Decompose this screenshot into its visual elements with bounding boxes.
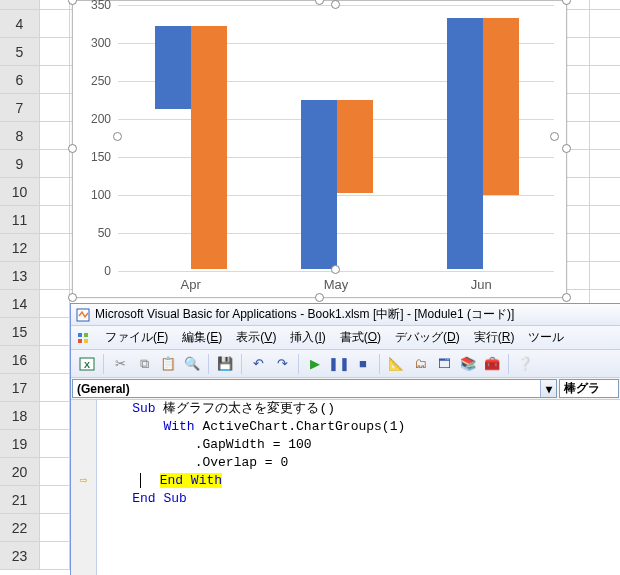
vbe-titlebar[interactable]: Microsoft Visual Basic for Applications … bbox=[71, 304, 620, 326]
properties-icon[interactable]: 🗔 bbox=[434, 354, 454, 374]
row-header[interactable]: 16 bbox=[0, 346, 40, 374]
xtick-label: May bbox=[263, 273, 408, 297]
selection-handle[interactable] bbox=[68, 144, 77, 153]
chart-plot-area bbox=[118, 5, 554, 269]
bar[interactable] bbox=[447, 18, 483, 269]
ytick-label: 100 bbox=[91, 188, 111, 202]
bar-cluster bbox=[301, 100, 373, 269]
code-gutter: ⇨ bbox=[71, 400, 97, 575]
row-header[interactable]: 7 bbox=[0, 94, 40, 122]
bar[interactable] bbox=[191, 26, 227, 269]
vbe-app-icon bbox=[75, 307, 91, 323]
row-header[interactable]: 6 bbox=[0, 66, 40, 94]
row-headers: 4567891011121314151617181920212223 bbox=[0, 0, 40, 570]
code-line: .Overlap = 0 bbox=[101, 454, 405, 472]
row-header[interactable]: 19 bbox=[0, 430, 40, 458]
row-header[interactable]: 14 bbox=[0, 290, 40, 318]
ytick-label: 0 bbox=[104, 264, 111, 278]
selection-handle[interactable] bbox=[113, 132, 122, 141]
selection-handle[interactable] bbox=[562, 293, 571, 302]
cut-icon[interactable]: ✂ bbox=[110, 354, 130, 374]
row-header[interactable]: 13 bbox=[0, 262, 40, 290]
execution-pointer-icon: ⇨ bbox=[80, 472, 88, 490]
row-header[interactable]: 8 bbox=[0, 122, 40, 150]
menu-item[interactable]: 表示(V) bbox=[230, 327, 282, 348]
bar[interactable] bbox=[301, 100, 337, 269]
chart-xaxis: AprMayJun bbox=[118, 273, 554, 297]
code-line: End Sub bbox=[101, 490, 405, 508]
row-header[interactable]: 23 bbox=[0, 542, 40, 570]
bar[interactable] bbox=[337, 100, 373, 193]
row-header[interactable]: 12 bbox=[0, 234, 40, 262]
code-line: With ActiveChart.ChartGroups(1) bbox=[101, 418, 405, 436]
xtick-label: Apr bbox=[118, 273, 263, 297]
row-header[interactable]: 10 bbox=[0, 178, 40, 206]
vbe-menubar[interactable]: ファイル(F)編集(E)表示(V)挿入(I)書式(O)デバッグ(D)実行(R)ツ… bbox=[71, 326, 620, 350]
bar-cluster bbox=[447, 18, 519, 269]
row-header[interactable]: 18 bbox=[0, 402, 40, 430]
chart-yaxis: 050100150200250300350 bbox=[77, 5, 115, 269]
reset-icon[interactable]: ■ bbox=[353, 354, 373, 374]
excel-icon[interactable]: X bbox=[77, 354, 97, 374]
undo-icon[interactable]: ↶ bbox=[248, 354, 268, 374]
svg-rect-2 bbox=[84, 333, 88, 337]
design-icon[interactable]: 📐 bbox=[386, 354, 406, 374]
ytick-label: 350 bbox=[91, 0, 111, 12]
copy-icon[interactable]: ⧉ bbox=[134, 354, 154, 374]
object-dropdown[interactable]: (General) ▾ bbox=[72, 379, 557, 398]
toolbox-icon[interactable]: 🧰 bbox=[482, 354, 502, 374]
ytick-label: 300 bbox=[91, 36, 111, 50]
code-lines[interactable]: Sub 棒グラフの太さを変更する() With ActiveChart.Char… bbox=[97, 400, 405, 575]
row-header[interactable]: 5 bbox=[0, 38, 40, 66]
help-icon[interactable]: ❔ bbox=[515, 354, 535, 374]
object-browser-icon[interactable]: 📚 bbox=[458, 354, 478, 374]
menu-item[interactable]: ツール bbox=[522, 327, 570, 348]
menu-item[interactable]: デバッグ(D) bbox=[389, 327, 466, 348]
row-header[interactable]: 9 bbox=[0, 150, 40, 178]
svg-text:X: X bbox=[84, 360, 90, 370]
selection-handle[interactable] bbox=[550, 132, 559, 141]
selection-handle[interactable] bbox=[68, 0, 77, 5]
svg-rect-3 bbox=[78, 339, 82, 343]
redo-icon[interactable]: ↷ bbox=[272, 354, 292, 374]
bar-cluster bbox=[155, 26, 227, 269]
project-icon[interactable]: 🗂 bbox=[410, 354, 430, 374]
chart-object[interactable]: 050100150200250300350 AprMayJun bbox=[72, 0, 567, 298]
break-icon[interactable]: ❚❚ bbox=[329, 354, 349, 374]
svg-rect-1 bbox=[78, 333, 82, 337]
menu-item[interactable]: 挿入(I) bbox=[284, 327, 331, 348]
row-header[interactable]: 20 bbox=[0, 458, 40, 486]
vbe-dropdowns: (General) ▾ 棒グラ bbox=[71, 378, 620, 400]
row-header[interactable] bbox=[0, 0, 40, 10]
paste-icon[interactable]: 📋 bbox=[158, 354, 178, 374]
procedure-dropdown[interactable]: 棒グラ bbox=[559, 379, 619, 398]
row-header[interactable]: 4 bbox=[0, 10, 40, 38]
menu-item[interactable]: 編集(E) bbox=[176, 327, 228, 348]
row-header[interactable]: 17 bbox=[0, 374, 40, 402]
menu-item[interactable]: 書式(O) bbox=[334, 327, 387, 348]
object-dropdown-value: (General) bbox=[77, 382, 130, 396]
row-header[interactable]: 22 bbox=[0, 514, 40, 542]
row-header[interactable]: 15 bbox=[0, 318, 40, 346]
ytick-label: 200 bbox=[91, 112, 111, 126]
run-icon[interactable]: ▶ bbox=[305, 354, 325, 374]
code-line: .GapWidth = 100 bbox=[101, 436, 405, 454]
find-icon[interactable]: 🔍 bbox=[182, 354, 202, 374]
bar[interactable] bbox=[483, 18, 519, 194]
vbe-title-text: Microsoft Visual Basic for Applications … bbox=[95, 306, 514, 323]
code-pane[interactable]: ⇨ Sub 棒グラフの太さを変更する() With ActiveChart.Ch… bbox=[71, 400, 620, 575]
row-header[interactable]: 11 bbox=[0, 206, 40, 234]
vbe-toolbar[interactable]: X ✂ ⧉ 📋 🔍 💾 ↶ ↷ ▶ ❚❚ ■ 📐 🗂 🗔 📚 🧰 ❔ bbox=[71, 350, 620, 378]
menu-item[interactable]: 実行(R) bbox=[468, 327, 521, 348]
vbe-window[interactable]: Microsoft Visual Basic for Applications … bbox=[70, 303, 620, 575]
procedure-dropdown-value: 棒グラ bbox=[564, 380, 600, 397]
selection-handle[interactable] bbox=[68, 293, 77, 302]
save-icon[interactable]: 💾 bbox=[215, 354, 235, 374]
selection-handle[interactable] bbox=[315, 293, 324, 302]
menu-item[interactable]: ファイル(F) bbox=[99, 327, 174, 348]
bar[interactable] bbox=[155, 26, 191, 110]
chevron-down-icon[interactable]: ▾ bbox=[540, 380, 556, 397]
selection-handle[interactable] bbox=[331, 0, 340, 9]
row-header[interactable]: 21 bbox=[0, 486, 40, 514]
selection-handle[interactable] bbox=[562, 144, 571, 153]
